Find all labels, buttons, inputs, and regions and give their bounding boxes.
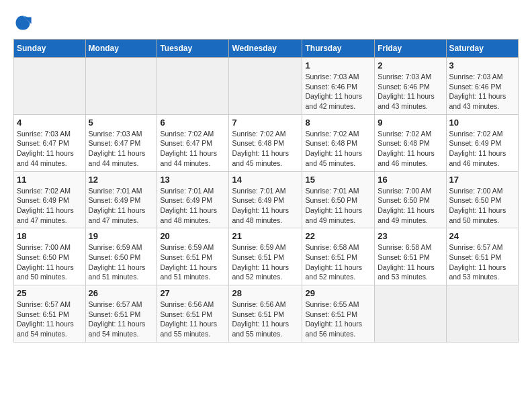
sunrise-text: Sunrise: 7:03 AM — [449, 73, 503, 81]
day-number: 24 — [449, 231, 515, 241]
calendar-cell: 10 Sunrise: 7:02 AM Sunset: 6:49 PM Dayl… — [446, 114, 518, 171]
sunset-text: Sunset: 6:49 PM — [89, 196, 141, 204]
day-info: Sunrise: 6:55 AM Sunset: 6:51 PM Dayligh… — [305, 300, 371, 339]
daylight-text: Daylight: 11 hours and 53 minutes. — [378, 263, 435, 281]
calendar-cell — [446, 285, 518, 342]
calendar-cell: 29 Sunrise: 6:55 AM Sunset: 6:51 PM Dayl… — [302, 285, 375, 342]
calendar-cell: 22 Sunrise: 6:58 AM Sunset: 6:51 PM Dayl… — [302, 228, 375, 285]
sunset-text: Sunset: 6:51 PM — [17, 310, 69, 318]
calendar-cell: 21 Sunrise: 6:59 AM Sunset: 6:51 PM Dayl… — [229, 228, 302, 285]
day-number: 10 — [449, 118, 515, 128]
day-info: Sunrise: 6:59 AM Sunset: 6:51 PM Dayligh… — [160, 242, 226, 282]
day-info: Sunrise: 7:01 AM Sunset: 6:49 PM Dayligh… — [160, 186, 226, 226]
daylight-text: Daylight: 11 hours and 53 minutes. — [449, 263, 506, 281]
weekday-header: Wednesday — [229, 40, 302, 58]
day-info: Sunrise: 7:01 AM Sunset: 6:50 PM Dayligh… — [305, 186, 371, 226]
day-number: 17 — [449, 175, 515, 185]
sunrise-text: Sunrise: 6:57 AM — [449, 243, 503, 251]
day-info: Sunrise: 6:57 AM Sunset: 6:51 PM Dayligh… — [449, 242, 515, 282]
daylight-text: Daylight: 11 hours and 50 minutes. — [17, 263, 74, 281]
sunrise-text: Sunrise: 6:57 AM — [17, 300, 71, 308]
sunset-text: Sunset: 6:51 PM — [160, 253, 212, 261]
sunrise-text: Sunrise: 6:59 AM — [160, 243, 214, 251]
day-number: 14 — [232, 175, 299, 185]
calendar-week-row: 11 Sunrise: 7:02 AM Sunset: 6:49 PM Dayl… — [14, 171, 519, 228]
day-info: Sunrise: 7:03 AM Sunset: 6:47 PM Dayligh… — [89, 129, 154, 169]
sunrise-text: Sunrise: 7:00 AM — [17, 243, 71, 251]
day-number: 6 — [160, 118, 226, 128]
daylight-text: Daylight: 11 hours and 50 minutes. — [449, 206, 506, 224]
day-info: Sunrise: 7:01 AM Sunset: 6:49 PM Dayligh… — [89, 186, 154, 226]
logo — [13, 13, 35, 32]
daylight-text: Daylight: 11 hours and 44 minutes. — [89, 149, 146, 167]
daylight-text: Daylight: 11 hours and 54 minutes. — [89, 320, 146, 338]
calendar-cell — [157, 58, 229, 115]
sunset-text: Sunset: 6:46 PM — [449, 83, 502, 91]
daylight-text: Daylight: 11 hours and 44 minutes. — [17, 149, 74, 167]
calendar-cell: 13 Sunrise: 7:01 AM Sunset: 6:49 PM Dayl… — [157, 171, 229, 228]
sunrise-text: Sunrise: 6:56 AM — [232, 300, 285, 308]
weekday-header: Saturday — [446, 40, 518, 58]
calendar-cell: 3 Sunrise: 7:03 AM Sunset: 6:46 PM Dayli… — [446, 58, 518, 115]
sunrise-text: Sunrise: 6:59 AM — [232, 243, 285, 251]
sunrise-text: Sunrise: 7:00 AM — [378, 187, 431, 195]
calendar-cell: 20 Sunrise: 6:59 AM Sunset: 6:51 PM Dayl… — [157, 228, 229, 285]
calendar-week-row: 4 Sunrise: 7:03 AM Sunset: 6:47 PM Dayli… — [14, 114, 519, 171]
day-info: Sunrise: 6:57 AM Sunset: 6:51 PM Dayligh… — [89, 300, 154, 339]
day-number: 2 — [378, 60, 443, 71]
sunrise-text: Sunrise: 7:00 AM — [449, 187, 503, 195]
day-number: 8 — [305, 118, 371, 128]
page-header — [13, 13, 519, 32]
day-number: 19 — [89, 231, 154, 241]
day-number: 3 — [449, 60, 515, 71]
sunrise-text: Sunrise: 7:02 AM — [17, 187, 71, 195]
daylight-text: Daylight: 11 hours and 51 minutes. — [89, 263, 146, 281]
sunrise-text: Sunrise: 7:02 AM — [305, 130, 359, 138]
calendar-cell: 6 Sunrise: 7:02 AM Sunset: 6:47 PM Dayli… — [157, 114, 229, 171]
calendar-cell — [229, 58, 302, 115]
calendar-cell: 11 Sunrise: 7:02 AM Sunset: 6:49 PM Dayl… — [14, 171, 86, 228]
calendar-cell: 27 Sunrise: 6:56 AM Sunset: 6:51 PM Dayl… — [157, 285, 229, 342]
sunrise-text: Sunrise: 7:03 AM — [305, 73, 359, 81]
sunset-text: Sunset: 6:49 PM — [449, 139, 502, 147]
calendar-cell: 16 Sunrise: 7:00 AM Sunset: 6:50 PM Dayl… — [375, 171, 446, 228]
day-info: Sunrise: 7:01 AM Sunset: 6:49 PM Dayligh… — [232, 186, 299, 226]
daylight-text: Daylight: 11 hours and 43 minutes. — [378, 92, 435, 110]
day-info: Sunrise: 7:00 AM Sunset: 6:50 PM Dayligh… — [378, 186, 443, 226]
sunset-text: Sunset: 6:49 PM — [160, 196, 212, 204]
sunset-text: Sunset: 6:46 PM — [378, 83, 430, 91]
weekday-header: Sunday — [14, 40, 86, 58]
sunset-text: Sunset: 6:51 PM — [305, 310, 357, 318]
calendar-cell — [375, 285, 446, 342]
daylight-text: Daylight: 11 hours and 56 minutes. — [305, 320, 362, 338]
day-number: 18 — [17, 231, 83, 241]
day-info: Sunrise: 6:56 AM Sunset: 6:51 PM Dayligh… — [232, 300, 299, 339]
day-number: 4 — [17, 118, 83, 128]
day-info: Sunrise: 7:03 AM Sunset: 6:46 PM Dayligh… — [305, 72, 371, 111]
daylight-text: Daylight: 11 hours and 54 minutes. — [17, 320, 74, 338]
calendar-cell: 2 Sunrise: 7:03 AM Sunset: 6:46 PM Dayli… — [375, 58, 446, 115]
daylight-text: Daylight: 11 hours and 52 minutes. — [305, 263, 362, 281]
daylight-text: Daylight: 11 hours and 44 minutes. — [160, 149, 217, 167]
weekday-header: Tuesday — [157, 40, 229, 58]
daylight-text: Daylight: 11 hours and 47 minutes. — [17, 206, 74, 224]
sunrise-text: Sunrise: 6:59 AM — [89, 243, 142, 251]
sunrise-text: Sunrise: 6:58 AM — [378, 243, 431, 251]
calendar-week-row: 18 Sunrise: 7:00 AM Sunset: 6:50 PM Dayl… — [14, 228, 519, 285]
weekday-header: Monday — [85, 40, 157, 58]
day-info: Sunrise: 6:59 AM Sunset: 6:50 PM Dayligh… — [89, 242, 154, 282]
sunrise-text: Sunrise: 7:02 AM — [232, 130, 285, 138]
calendar-cell — [14, 58, 86, 115]
daylight-text: Daylight: 11 hours and 45 minutes. — [305, 149, 362, 167]
day-info: Sunrise: 7:03 AM Sunset: 6:46 PM Dayligh… — [378, 72, 443, 111]
sunset-text: Sunset: 6:51 PM — [89, 310, 141, 318]
day-info: Sunrise: 7:02 AM Sunset: 6:48 PM Dayligh… — [232, 129, 299, 169]
day-info: Sunrise: 6:58 AM Sunset: 6:51 PM Dayligh… — [305, 242, 371, 282]
day-number: 5 — [89, 118, 154, 128]
calendar-cell: 5 Sunrise: 7:03 AM Sunset: 6:47 PM Dayli… — [85, 114, 157, 171]
sunrise-text: Sunrise: 7:01 AM — [89, 187, 142, 195]
sunrise-text: Sunrise: 7:03 AM — [17, 130, 71, 138]
sunset-text: Sunset: 6:51 PM — [232, 310, 284, 318]
sunset-text: Sunset: 6:46 PM — [305, 83, 357, 91]
day-info: Sunrise: 7:00 AM Sunset: 6:50 PM Dayligh… — [17, 242, 83, 282]
